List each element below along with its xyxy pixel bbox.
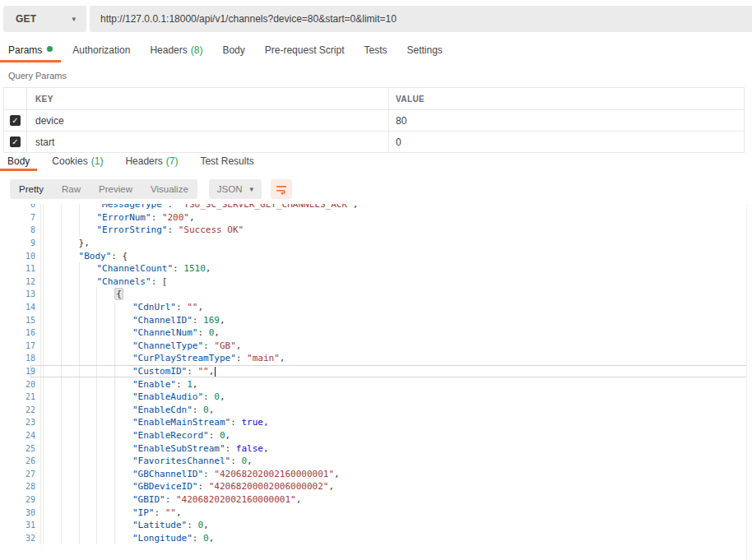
indent-guide	[61, 455, 79, 468]
response-tab-cookies[interactable]: Cookies (1)	[44, 153, 110, 171]
indent-guide	[43, 288, 61, 301]
token-punctuation: : [	[151, 276, 168, 287]
view-button-pretty[interactable]: Pretty	[10, 179, 53, 199]
request-tab-authorization[interactable]: Authorization	[64, 39, 138, 62]
method-label: GET	[3, 13, 36, 25]
checked-checkbox[interactable]: ✓	[10, 115, 21, 126]
param-value-cell[interactable]: 0	[389, 132, 744, 152]
indent-guide	[43, 467, 61, 480]
line-content: "EnableMainStream": true,	[41, 416, 269, 429]
indent-guide	[43, 506, 61, 519]
request-tab-body[interactable]: Body	[214, 39, 253, 62]
token-string: ""	[187, 302, 197, 312]
indent-guide	[61, 249, 79, 262]
indent-guide	[61, 493, 79, 507]
response-tab-body[interactable]: Body	[0, 153, 37, 171]
indent-guide	[43, 313, 61, 326]
tab-label: Body	[222, 44, 244, 56]
line-number: 15	[0, 313, 41, 326]
request-tab-pre-request-script[interactable]: Pre-request Script	[257, 39, 353, 62]
indent-guide	[114, 519, 132, 532]
indent-guide	[79, 467, 97, 480]
scrollbar-track[interactable]	[746, 204, 752, 560]
indent-guide	[61, 211, 79, 224]
line-content: "Longitude": 0,	[41, 531, 214, 544]
response-view-group: PrettyRawPreviewVisualize	[10, 179, 197, 199]
line-content: "CdnUrl": "",	[41, 301, 203, 314]
checkbox-cell: ✓	[4, 132, 27, 152]
indent-guide	[96, 391, 114, 404]
indent-guide	[96, 506, 114, 519]
indent-guide	[61, 531, 79, 544]
url-input[interactable]: http://127.0.0.1:18000/api/v1/channels?d…	[90, 6, 752, 32]
indent-guide	[43, 429, 61, 442]
line-content: "GBDeviceID": "42068200002006000002",	[41, 480, 334, 493]
checkbox-cell: ✓	[4, 110, 27, 131]
view-button-preview[interactable]: Preview	[90, 179, 142, 199]
indent-guide	[43, 455, 61, 468]
format-dropdown[interactable]: JSON ▾	[209, 179, 262, 199]
code-line: 19 "CustomID": "",	[0, 365, 752, 378]
param-key-cell[interactable]: device	[27, 110, 389, 131]
code-line: 10 "Body": {	[0, 249, 752, 262]
response-body-viewer[interactable]: 6 "MessageType": "TSU_SC_SERVER_GET_CHAN…	[0, 204, 752, 560]
code-line: 26 "FavoritesChannel": 0,	[0, 455, 752, 468]
line-number: 31	[0, 519, 41, 532]
token-punctuation: :	[203, 391, 214, 402]
chevron-down-icon: ▾	[72, 15, 76, 23]
indent-guide	[79, 493, 97, 507]
url-text: http://127.0.0.1:18000/api/v1/channels?d…	[90, 13, 397, 25]
response-tab-headers[interactable]: Headers (7)	[118, 153, 185, 171]
request-tab-settings[interactable]: Settings	[399, 39, 451, 62]
indent-guide	[61, 480, 79, 493]
indent-guide	[79, 352, 97, 365]
line-content: "GBChannelID": "42068202002160000001",	[41, 467, 340, 480]
code-line: 21 "EnableAudio": 0,	[0, 391, 752, 404]
indent-guide	[96, 365, 114, 378]
code-line: 25 "EnableSubStream": false,	[0, 442, 752, 455]
token-key: "Enable"	[132, 379, 176, 390]
checked-checkbox[interactable]: ✓	[10, 137, 21, 147]
token-punctuation: :	[230, 417, 241, 428]
token-punctuation: :	[193, 533, 203, 544]
view-button-raw[interactable]: Raw	[53, 179, 90, 199]
key-column-header: KEY	[27, 88, 389, 109]
token-punctuation: },	[79, 238, 90, 248]
indent-guide	[43, 416, 61, 429]
line-content: "Enable": 1,	[41, 377, 197, 391]
request-tab-headers[interactable]: Headers (8)	[142, 39, 211, 62]
method-dropdown[interactable]: GET ▾	[3, 6, 86, 32]
request-tab-params[interactable]: Params	[0, 39, 61, 62]
indent-guide	[61, 237, 79, 250]
indent-guide	[96, 519, 114, 532]
token-key: "ChannelID"	[132, 315, 193, 326]
token-number: 1	[187, 379, 193, 390]
param-value-cell[interactable]: 80	[389, 110, 744, 131]
token-punctuation: ,	[193, 379, 198, 390]
indent-guide	[79, 326, 97, 340]
indent-guide	[114, 404, 132, 417]
indent-guide	[43, 519, 61, 532]
response-tab-test-results[interactable]: Test Results	[193, 153, 261, 171]
line-number: 11	[0, 262, 41, 275]
query-params-section-label: Query Params	[8, 71, 67, 81]
wrap-line-button[interactable]	[271, 179, 292, 199]
token-number: 0	[197, 520, 203, 530]
chevron-down-icon: ▾	[249, 185, 253, 193]
token-punctuation: ,	[214, 327, 220, 338]
indent-guide	[43, 249, 61, 262]
code-line: 24 "EnableRecord": 0,	[0, 429, 752, 442]
tab-label: Params	[8, 44, 42, 56]
param-key-cell[interactable]: start	[27, 132, 389, 152]
indent-guide	[96, 352, 114, 365]
token-key: "EnableAudio"	[132, 391, 203, 402]
code-line: 9 },	[0, 237, 752, 250]
indent-guide	[96, 326, 114, 340]
line-content: "GBID": "42068202002160000001",	[41, 493, 301, 507]
indent-guide	[96, 442, 114, 455]
request-tab-tests[interactable]: Tests	[355, 39, 395, 62]
view-button-visualize[interactable]: Visualize	[142, 179, 197, 199]
token-number: 169	[203, 315, 220, 326]
indent-guide	[43, 301, 61, 314]
tab-count-badge: (7)	[166, 155, 179, 167]
